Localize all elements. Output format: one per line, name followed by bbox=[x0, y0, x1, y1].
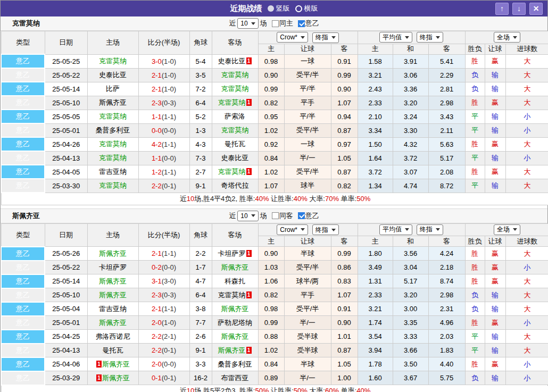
goals-result-cell: 小 bbox=[505, 261, 548, 274]
fullmatch-group: 全场 bbox=[465, 223, 548, 236]
league-cell: 意乙 bbox=[1, 288, 45, 302]
summary-part: 50% bbox=[294, 387, 308, 392]
chevron-down-icon bbox=[251, 214, 255, 217]
matches-count-select[interactable]: 10 bbox=[237, 211, 258, 221]
avg-home-odds: 1.31 bbox=[358, 274, 393, 288]
fulltime-score: 3-1 bbox=[152, 277, 162, 285]
halftime-score: (0-3) bbox=[162, 291, 176, 299]
subcol-avg-draw: 和 bbox=[393, 236, 428, 247]
fulltime-score: 1-2 bbox=[152, 168, 162, 176]
league-cell: 意乙 bbox=[1, 316, 45, 330]
bookmaker-select[interactable]: Crow* bbox=[277, 224, 308, 235]
avg-away-odds: 5.17 bbox=[428, 151, 465, 165]
result-cell: 胜 bbox=[465, 165, 485, 179]
handicap-result-cell: 输 bbox=[485, 371, 505, 385]
red-card-badge: 1 bbox=[246, 57, 252, 64]
team-section: 克雷莫纳 近 10 场 同主 意乙 bbox=[1, 16, 547, 205]
match-row: 意乙25-04-05雷吉亚纳1-2(1-1)2-7克雷莫纳11.02受平/半0.… bbox=[1, 165, 548, 179]
layout-vertical-label: 竖版 bbox=[276, 4, 290, 13]
team-label: 卡坦萨罗 bbox=[218, 249, 246, 257]
crow-away-odds: 1.07 bbox=[331, 288, 358, 302]
goals-result-cell: 大 bbox=[505, 137, 548, 151]
up-arrow-icon: ↑ bbox=[500, 4, 504, 13]
corners-cell: 5-4 bbox=[189, 54, 212, 68]
fullmatch-select-value: 全场 bbox=[497, 225, 510, 234]
avg-draw-odds: 3.20 bbox=[393, 96, 428, 110]
halftime-score: (3-0) bbox=[162, 277, 176, 285]
avg-home-odds: 2.33 bbox=[358, 96, 393, 110]
fulltime-score: 2-3 bbox=[152, 291, 162, 299]
bookmaker-final-select[interactable]: 终指 bbox=[312, 224, 339, 235]
summary-part: 单率: bbox=[339, 387, 356, 392]
subcol-avg-away: 客 bbox=[428, 44, 465, 54]
team-label: 斯佩齐亚 bbox=[99, 291, 127, 299]
subcol-odds-handicap: 让球 bbox=[284, 44, 331, 54]
avg-home-odds: 2.33 bbox=[358, 288, 393, 302]
summary-part: 场,胜4平4负2, 胜率: bbox=[194, 195, 255, 203]
fullmatch-select[interactable]: 全场 bbox=[494, 32, 520, 43]
crow-home-odds: 0.84 bbox=[258, 151, 284, 165]
avg-draw-odds: 3.24 bbox=[393, 110, 428, 123]
team-label: 比萨 bbox=[106, 85, 120, 93]
halftime-score: (0-1) bbox=[162, 374, 176, 382]
team-label: 克雷莫纳 bbox=[99, 154, 127, 162]
score-cell: 2-2(0-1) bbox=[138, 344, 189, 357]
matches-count-value: 10 bbox=[240, 212, 247, 220]
team-label: 弗洛西诺尼 bbox=[96, 332, 130, 340]
bookmaker-select[interactable]: Crow* bbox=[277, 32, 308, 43]
league-cell: 意乙 bbox=[1, 247, 45, 261]
handicap-result-cell: 赢 bbox=[485, 316, 505, 330]
average-final-value: 终指 bbox=[420, 33, 433, 42]
result-cell: 胜 bbox=[465, 261, 485, 274]
fullmatch-select[interactable]: 全场 bbox=[494, 224, 520, 235]
avg-draw-odds: 5.17 bbox=[393, 274, 428, 288]
match-row: 意乙25-05-14比萨2-1(1-0)7-2克雷莫纳0.99平/半0.902.… bbox=[1, 82, 548, 96]
matches-count-select[interactable]: 10 bbox=[237, 18, 258, 29]
avg-away-odds: 2.18 bbox=[428, 261, 465, 274]
avg-away-odds: 2.98 bbox=[428, 96, 465, 110]
close-button[interactable]: ✕ bbox=[529, 3, 543, 15]
away-team-cell: 桑普多利亚 bbox=[212, 357, 258, 371]
same-venue-option[interactable]: 同客 bbox=[272, 211, 293, 221]
home-team-cell: 比萨 bbox=[87, 82, 138, 96]
crow-away-odds: 0.99 bbox=[331, 68, 358, 82]
col-header-corners: 角球 bbox=[189, 223, 212, 247]
result-cell: 负 bbox=[465, 68, 485, 82]
col-header-corners: 角球 bbox=[189, 31, 212, 55]
move-up-button[interactable]: ↑ bbox=[495, 3, 509, 15]
halftime-score: (1-1) bbox=[162, 113, 176, 121]
fulltime-score: 2-2 bbox=[152, 332, 162, 340]
handicap-result-cell: 赢 bbox=[485, 165, 505, 179]
bookmaker-final-select[interactable]: 终指 bbox=[312, 32, 339, 43]
handicap-result-cell: 赢 bbox=[485, 137, 505, 151]
result-cell: 平 bbox=[465, 330, 485, 344]
average-select[interactable]: 平均值 bbox=[379, 224, 412, 235]
average-final-select[interactable]: 终指 bbox=[417, 32, 443, 43]
team-label: 斯佩齐亚 bbox=[221, 332, 249, 340]
home-team-cell: 曼托瓦 bbox=[87, 344, 138, 357]
score-cell: 2-0(0-0) bbox=[138, 357, 189, 371]
date-cell: 25-04-25 bbox=[45, 330, 87, 344]
fulltime-score: 4-2 bbox=[152, 140, 162, 148]
average-select[interactable]: 平均值 bbox=[379, 32, 412, 43]
match-row: 意乙25-05-26斯佩齐亚2-1(1-1)2-2卡坦萨罗10.90半球0.99… bbox=[1, 247, 548, 261]
avg-draw-odds: 3.35 bbox=[393, 316, 428, 330]
team-label: 克雷莫纳 bbox=[99, 57, 127, 65]
average-odds-group: 平均值 终指 bbox=[358, 31, 465, 44]
avg-draw-odds: 3.72 bbox=[393, 151, 428, 165]
layout-option-vertical[interactable]: 竖版 bbox=[268, 4, 290, 13]
average-final-select[interactable]: 终指 bbox=[417, 224, 443, 235]
summary-part: 单率: bbox=[339, 195, 356, 203]
avg-draw-odds: 3.66 bbox=[393, 344, 428, 357]
crow-handicap: 受平/半 bbox=[284, 123, 331, 137]
date-cell: 25-05-04 bbox=[45, 302, 87, 316]
result-cell: 负 bbox=[465, 288, 485, 302]
same-venue-option[interactable]: 同主 bbox=[272, 19, 293, 28]
league-cell: 意乙 bbox=[1, 123, 45, 137]
same-league-option[interactable]: 意乙 bbox=[298, 211, 319, 221]
col-header-date: 日期 bbox=[45, 31, 87, 55]
same-league-option[interactable]: 意乙 bbox=[298, 19, 319, 28]
move-down-button[interactable]: ↓ bbox=[512, 3, 526, 15]
average-select-value: 平均值 bbox=[383, 225, 402, 234]
layout-option-horizontal[interactable]: 横版 bbox=[295, 4, 318, 13]
